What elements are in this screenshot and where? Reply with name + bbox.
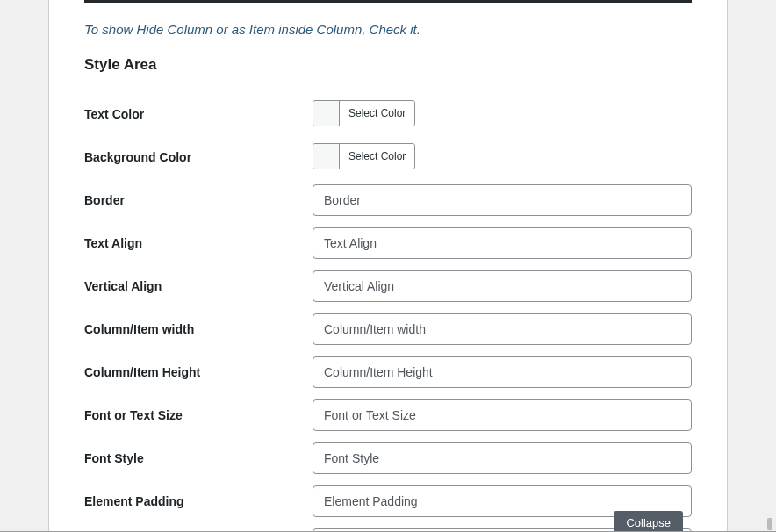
height-input[interactable] xyxy=(313,356,692,388)
label-font-style: Font Style xyxy=(84,451,313,465)
font-size-input[interactable] xyxy=(313,399,692,431)
bg-color-button-label: Select Color xyxy=(340,144,414,169)
label-padding: Element Padding xyxy=(84,494,313,508)
text-color-swatch xyxy=(313,101,340,126)
row-font-size: Font or Text Size xyxy=(84,399,692,431)
label-font-size: Font or Text Size xyxy=(84,408,313,422)
row-font-style: Font Style xyxy=(84,442,692,474)
bg-color-picker[interactable]: Select Color xyxy=(313,143,415,169)
border-input[interactable] xyxy=(313,184,692,216)
row-border: Border xyxy=(84,184,692,216)
row-padding: Element Padding xyxy=(84,485,692,517)
hint-text: To show Hide Column or as Item inside Co… xyxy=(84,22,692,37)
label-vertical-align: Vertical Align xyxy=(84,279,313,293)
row-vertical-align: Vertical Align xyxy=(84,270,692,302)
row-text-align: Text Align xyxy=(84,227,692,259)
label-text-color: Text Color xyxy=(84,107,313,121)
panel-top-border xyxy=(84,0,692,3)
scroll-handle[interactable] xyxy=(767,518,772,530)
font-style-input[interactable] xyxy=(313,442,692,474)
label-border: Border xyxy=(84,193,313,207)
text-color-button-label: Select Color xyxy=(340,101,414,126)
text-align-input[interactable] xyxy=(313,227,692,259)
row-width: Column/Item width xyxy=(84,313,692,345)
label-height: Column/Item Height xyxy=(84,365,313,379)
label-bg-color: Background Color xyxy=(84,150,313,164)
style-panel: To show Hide Column or as Item inside Co… xyxy=(48,0,728,532)
section-title: Style Area xyxy=(84,56,692,74)
text-color-picker[interactable]: Select Color xyxy=(313,100,415,126)
collapse-button[interactable]: Collapse xyxy=(614,511,683,531)
row-height: Column/Item Height xyxy=(84,356,692,388)
vertical-align-input[interactable] xyxy=(313,270,692,302)
bg-color-swatch xyxy=(313,144,340,169)
row-text-color: Text Color Select Color xyxy=(84,98,692,130)
label-width: Column/Item width xyxy=(84,322,313,336)
label-text-align: Text Align xyxy=(84,236,313,250)
row-bg-color: Background Color Select Color xyxy=(84,141,692,173)
width-input[interactable] xyxy=(313,313,692,345)
